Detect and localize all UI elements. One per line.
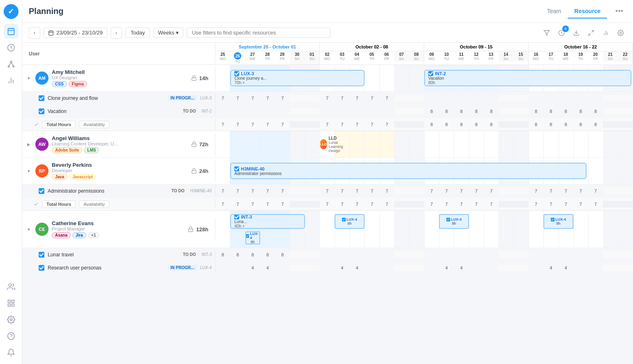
beverly-h3mine40-bar: H3MINE-40 Administrator permissions <box>230 163 587 179</box>
calendar-body: ▼ AM Amy Mitchell UX Designer CSS Figma <box>22 65 633 364</box>
beverly-tags: Java Javascript <box>52 174 188 180</box>
beverly-total-days: 77777 77777 77777 77777 <box>215 201 633 207</box>
d14 <box>409 95 424 101</box>
today-button[interactable]: Today <box>125 28 150 38</box>
day-17-tu: 17TU <box>543 51 558 62</box>
beverly-total-hours-button[interactable]: Total Hours <box>42 200 76 208</box>
angel-avatar: AW <box>35 138 49 151</box>
catherine-info-cell: ▼ CE Catherine Evans Project Manager Asa… <box>22 218 215 241</box>
tag-lms: LMS <box>84 147 99 153</box>
svg-point-5 <box>10 61 12 62</box>
h3mine40-id: H3MINE-40 <box>241 166 264 171</box>
angel-gantt-row: LLD LLD Lunar Learning Design <box>215 131 633 157</box>
week-3-title: October 16 - 22 <box>529 43 633 51</box>
d27 <box>603 95 618 101</box>
day-11-we: 11WE <box>454 51 469 62</box>
app-logo[interactable]: ✓ <box>4 4 18 19</box>
catherine-task1-name: Lunar travel <box>48 252 177 258</box>
d20 <box>499 95 513 101</box>
sidebar-item-network[interactable] <box>4 57 18 71</box>
tab-resource[interactable]: Resource <box>568 5 607 18</box>
d23 <box>543 95 558 101</box>
user-row-beverly: ▼ BP Beverly Perkins Developer Java Java… <box>22 158 633 184</box>
catherine-task1-check[interactable] <box>39 252 44 258</box>
amy-int2-bar: INT-2 Vacation 80h <box>424 70 631 86</box>
d17 <box>454 95 469 101</box>
day-06-fr: 06FR <box>379 51 394 62</box>
catherine-task-2-row: Research user personas IN PROGR... LUX-4… <box>22 261 633 274</box>
amy-task1-days: 77777 77777 <box>215 95 633 101</box>
weeks-button[interactable]: Weeks ▾ <box>153 28 183 38</box>
catherine-expand-btn[interactable]: ▼ <box>25 226 32 233</box>
date-range-display[interactable]: 23/09/25 - 23/10/29 <box>44 28 107 38</box>
filter-icon-button[interactable] <box>541 27 552 39</box>
day-20-fr: 20FR <box>588 51 603 62</box>
catherine-gantt-row: INT-3 Luna... 40h + LUX-4 8h <box>215 211 633 248</box>
beverly-task-1-row: Administrator permissions TO DO H3MINE-4… <box>22 184 633 198</box>
more-menu-button[interactable]: ••• <box>612 5 626 17</box>
catherine-task1-days: 88888 <box>215 251 633 258</box>
calendar-header: User September 25 - October 01 25MO 26TU… <box>22 43 633 65</box>
sidebar-item-help[interactable] <box>4 329 18 343</box>
day-07-sa: 07SA <box>394 51 409 62</box>
angel-expand-btn[interactable]: ▶ <box>25 141 32 147</box>
task1-check[interactable] <box>39 95 44 101</box>
d3: 7 <box>245 95 260 101</box>
tag-asana: Asana <box>52 232 71 238</box>
sidebar-item-calendar[interactable] <box>4 24 18 39</box>
sidebar-item-bell[interactable] <box>4 345 18 360</box>
user-row-catherine: ▼ CE Catherine Evans Project Manager Asa… <box>22 211 633 248</box>
week-3: October 16 - 22 16MO 17TU 18WE 19TH 20FR… <box>529 43 633 65</box>
h3mine40-name: Administrator permissions <box>234 171 582 176</box>
chevron-down-icon: ▾ <box>176 30 179 36</box>
filter-input[interactable] <box>187 28 330 38</box>
day-28-th: 28TH <box>260 51 275 65</box>
day-30-sa: 30SA <box>290 51 305 65</box>
d24 <box>558 95 573 101</box>
d25 <box>573 95 588 101</box>
amy-total-hours-button[interactable]: Total Hours <box>42 121 76 128</box>
prev-button[interactable]: ‹ <box>29 27 40 39</box>
d28 <box>618 95 633 101</box>
angel-hours: 72h <box>199 141 212 147</box>
calendar-icon <box>48 30 54 36</box>
sidebar-item-chart[interactable] <box>4 40 18 55</box>
catherine-task2-check[interactable] <box>39 265 44 271</box>
sidebar-item-bar-chart[interactable] <box>4 73 18 88</box>
tab-team[interactable]: Team <box>541 5 568 18</box>
day-13-fr: 13FR <box>484 51 499 62</box>
day-22-su: 22SU <box>618 51 633 62</box>
amy-avatar: AM <box>35 71 49 85</box>
amy-expand-btn[interactable]: ▼ <box>25 75 32 81</box>
sidebar-item-settings[interactable] <box>4 312 18 327</box>
catherine-role: Project Manager <box>52 226 185 231</box>
task1-project: LUX-3 <box>200 96 212 100</box>
amy-availability-button[interactable]: Availability <box>79 121 109 128</box>
tag-figma: Figma <box>69 81 87 87</box>
settings-icon-button[interactable] <box>615 27 626 39</box>
d18 <box>469 95 484 101</box>
next-button[interactable]: › <box>111 27 122 39</box>
week-3-days: 16MO 17TU 18WE 19TH 20FR 21SA 22SU <box>529 51 633 62</box>
tag-java: Java <box>52 174 67 180</box>
day-10-tu: 10TU <box>439 51 454 62</box>
catherine-lux4-w4-bar: LUX-4 8h <box>543 214 573 229</box>
sidebar-item-users[interactable] <box>4 279 18 294</box>
task2-check[interactable] <box>39 108 44 114</box>
beverly-expand-btn[interactable]: ▼ <box>25 168 32 174</box>
chart-icon-button[interactable] <box>600 27 612 39</box>
beverly-availability-button[interactable]: Availability <box>79 200 109 208</box>
catherine-task2-info: Research user personas IN PROGR... LUX-4 <box>22 263 215 272</box>
sidebar-item-grid[interactable] <box>4 296 18 311</box>
day-16-mo: 16MO <box>529 51 543 62</box>
expand-icon-button[interactable] <box>585 27 597 39</box>
task1-name: Clone journey and flow <box>48 95 165 101</box>
beverly-task1-check[interactable] <box>39 188 44 194</box>
time-icon-button[interactable]: 6 <box>556 27 567 39</box>
toolbar: ‹ 23/09/25 - 23/10/29 › Today Weeks ▾ 6 <box>22 23 633 43</box>
weeks-container: September 25 - October 01 25MO 26TU 27WE… <box>215 43 633 65</box>
week-2-days: 09MO 10TU 11WE 12TH 13FR 14SA 15SU <box>424 51 528 62</box>
int3-check <box>234 214 239 219</box>
download-icon-button[interactable] <box>571 27 582 39</box>
d7 <box>305 95 320 101</box>
